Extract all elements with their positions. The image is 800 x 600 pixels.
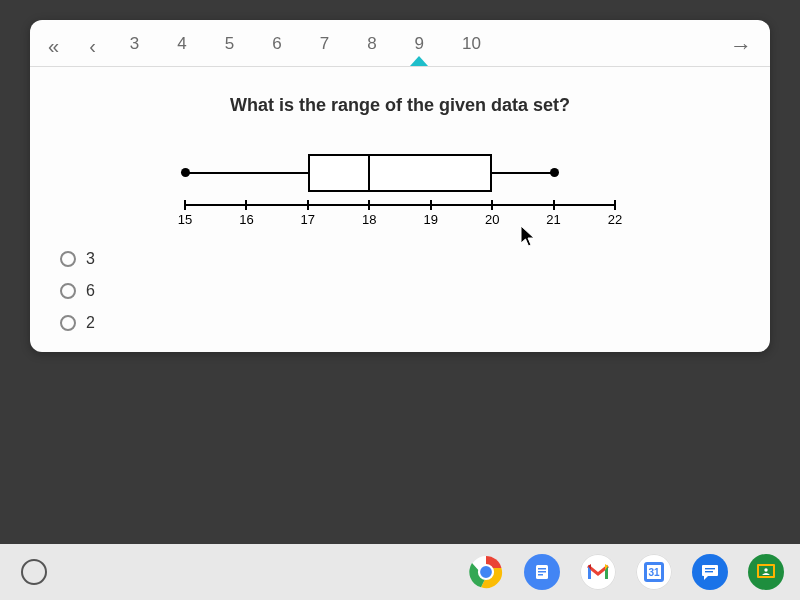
whisker-min-dot bbox=[181, 168, 190, 177]
gmail-icon[interactable] bbox=[580, 554, 616, 590]
page-next-button[interactable]: → bbox=[730, 33, 752, 59]
axis-tick-label: 16 bbox=[239, 212, 253, 227]
svg-rect-11 bbox=[705, 571, 713, 572]
page-prev-button[interactable]: ‹ bbox=[89, 35, 96, 58]
page-10[interactable]: 10 bbox=[458, 28, 485, 64]
svg-rect-5 bbox=[538, 571, 546, 573]
content-area: « ‹ 3 4 5 6 7 8 9 10 → What is the range… bbox=[0, 0, 800, 544]
page-first-button[interactable]: « bbox=[48, 35, 59, 58]
taskbar: 31 bbox=[0, 544, 800, 600]
option-2[interactable]: 6 bbox=[60, 282, 95, 300]
option-3[interactable]: 2 bbox=[60, 314, 95, 332]
svg-rect-4 bbox=[538, 568, 546, 570]
radio-icon bbox=[60, 315, 76, 331]
quiz-card: « ‹ 3 4 5 6 7 8 9 10 → What is the range… bbox=[30, 20, 770, 352]
option-label: 2 bbox=[86, 314, 95, 332]
box-iqr bbox=[308, 154, 492, 192]
chrome-icon[interactable] bbox=[468, 554, 504, 590]
whisker-max-dot bbox=[550, 168, 559, 177]
axis-tick-label: 22 bbox=[608, 212, 622, 227]
messages-icon[interactable] bbox=[692, 554, 728, 590]
svg-text:31: 31 bbox=[648, 567, 660, 578]
docs-icon[interactable] bbox=[524, 554, 560, 590]
whisker-right bbox=[492, 172, 553, 174]
median-line bbox=[368, 154, 370, 192]
question-body: What is the range of the given data set?… bbox=[30, 67, 770, 352]
box-plot-chart: 1516171819202122 bbox=[185, 150, 615, 230]
page-4[interactable]: 4 bbox=[173, 28, 190, 64]
launcher-icon[interactable] bbox=[16, 554, 52, 590]
question-text: What is the range of the given data set? bbox=[230, 95, 570, 116]
svg-rect-6 bbox=[538, 574, 543, 576]
calendar-icon[interactable]: 31 bbox=[636, 554, 672, 590]
page-5[interactable]: 5 bbox=[221, 28, 238, 64]
radio-icon bbox=[60, 251, 76, 267]
page-9-current[interactable]: 9 bbox=[411, 28, 428, 64]
axis-tick-label: 15 bbox=[178, 212, 192, 227]
classroom-icon[interactable] bbox=[748, 554, 784, 590]
axis-tick-label: 21 bbox=[546, 212, 560, 227]
radio-icon bbox=[60, 283, 76, 299]
option-label: 6 bbox=[86, 282, 95, 300]
svg-point-14 bbox=[764, 568, 767, 571]
axis-tick-label: 18 bbox=[362, 212, 376, 227]
option-1[interactable]: 3 bbox=[60, 250, 95, 268]
answer-options: 3 6 2 bbox=[60, 250, 95, 332]
option-label: 3 bbox=[86, 250, 95, 268]
page-3[interactable]: 3 bbox=[126, 28, 143, 64]
axis-tick-label: 17 bbox=[301, 212, 315, 227]
page-6[interactable]: 6 bbox=[268, 28, 285, 64]
axis-tick-label: 19 bbox=[423, 212, 437, 227]
axis-tick-label: 20 bbox=[485, 212, 499, 227]
pagination-bar: « ‹ 3 4 5 6 7 8 9 10 → bbox=[30, 20, 770, 67]
svg-rect-10 bbox=[705, 568, 715, 569]
page-8[interactable]: 8 bbox=[363, 28, 380, 64]
page-7[interactable]: 7 bbox=[316, 28, 333, 64]
whisker-left bbox=[185, 172, 308, 174]
axis-line bbox=[185, 204, 615, 206]
